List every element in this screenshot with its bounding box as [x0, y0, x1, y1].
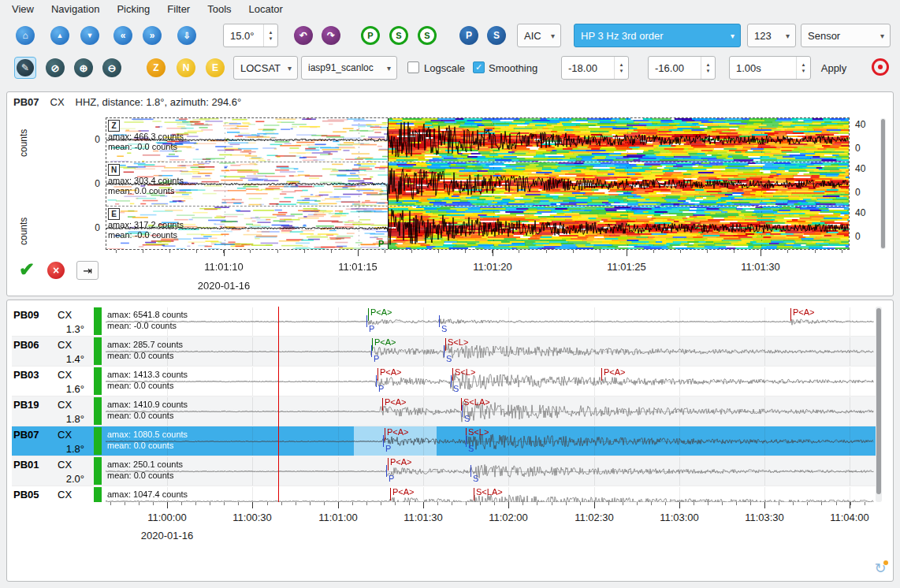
pick-marker-line[interactable]	[386, 465, 387, 477]
smoothing-checkbox[interactable]: ✓	[473, 61, 485, 73]
goto-next-s-pick-button[interactable]: S	[418, 26, 437, 45]
pick-marker-line[interactable]	[388, 162, 389, 206]
export-picks-button[interactable]: ⇥	[76, 261, 99, 280]
station-row[interactable]: PB01 CX 2.0° amax: 250.1 counts mean: 0.…	[12, 456, 876, 486]
sensor-combobox[interactable]: Sensor ▾	[801, 24, 891, 47]
pick-marker-line[interactable]	[376, 375, 377, 387]
time-window-spinbox[interactable]: 1.00s ▲ ▼	[729, 56, 811, 80]
trace-zone[interactable]: amax: 1410.9 counts mean: 0.0 counts P<A…	[106, 396, 874, 426]
amplitude-combobox[interactable]: 123 ▾	[747, 24, 796, 47]
menu-tools[interactable]: Tools	[199, 0, 240, 19]
rotation-spinbox[interactable]: 15.0° ▲ ▼	[223, 24, 278, 47]
pick-polarity-button[interactable]: ⊕	[74, 58, 93, 77]
station-list-scrollbar[interactable]	[876, 307, 882, 502]
component-e-button[interactable]: E	[206, 58, 225, 77]
nav-align-button[interactable]: ⇩	[177, 26, 196, 45]
picker-trace-row-n[interactable]: N amax: 303.4 counts mean: 0.0 counts	[106, 162, 849, 207]
station-list-scrollbar-handle[interactable]	[876, 308, 881, 494]
picker-method-combobox[interactable]: AIC ▾	[517, 24, 561, 47]
spin-up-arrow[interactable]: ▲	[269, 30, 273, 35]
locator-combobox[interactable]: LOCSAT ▾	[233, 56, 298, 80]
picker-trace-row-z[interactable]: Z amax: 466.3 counts mean: -0.0 counts	[106, 118, 849, 162]
confirm-picks-button[interactable]: ✔	[17, 259, 37, 280]
spin-down-arrow[interactable]: ▼	[619, 69, 624, 73]
reject-picks-button[interactable]: ×	[46, 261, 65, 280]
rotation-value[interactable]: 15.0°	[224, 24, 263, 47]
pick-marker-line[interactable]	[439, 315, 440, 327]
relocate-button[interactable]	[872, 58, 889, 76]
phase-marker-line[interactable]	[445, 338, 446, 351]
spin-down-arrow[interactable]: ▼	[706, 69, 711, 73]
phase-s-button[interactable]: S	[487, 26, 506, 45]
goto-p-pick-button[interactable]: P	[361, 26, 380, 45]
nav-home-button[interactable]: ⌂	[16, 26, 35, 45]
phase-marker-line[interactable]	[388, 458, 389, 471]
menu-navigation[interactable]: Navigation	[43, 0, 108, 19]
spectrogram-min-value[interactable]: -18.00	[562, 57, 614, 79]
station-row[interactable]: PB07 CX 1.8° amax: 1080.5 counts mean: 0…	[12, 426, 876, 456]
profile-combobox[interactable]: iasp91_scanloc ▾	[301, 56, 397, 80]
redo-button[interactable]: ↷	[322, 26, 340, 45]
pick-marker-line[interactable]	[388, 118, 389, 162]
nav-up-button[interactable]: ▲	[50, 26, 69, 45]
picker-scrollbar[interactable]	[880, 118, 886, 249]
picker-trace-row-e[interactable]: E amax: 317.2 counts mean: -0.0 counts P	[106, 207, 849, 249]
trace-zone[interactable]: amax: 1080.5 counts mean: 0.0 counts P<A…	[106, 426, 874, 456]
pick-marker-line[interactable]	[444, 345, 444, 357]
spin-down-arrow[interactable]: ▼	[801, 69, 806, 73]
menu-locator[interactable]: Locator	[240, 0, 292, 19]
component-n-button[interactable]: N	[177, 58, 195, 77]
spin-up-arrow[interactable]: ▲	[619, 62, 624, 67]
pick-marker-line[interactable]	[470, 465, 471, 477]
phase-marker-line[interactable]	[377, 368, 378, 381]
pick-uncertainty-button[interactable]: ⊖	[102, 58, 121, 77]
nav-last-button[interactable]: »	[143, 26, 162, 45]
menu-filter[interactable]: Filter	[158, 0, 199, 19]
trace-zone[interactable]: amax: 6541.8 counts mean: -0.0 counts P<…	[106, 307, 874, 337]
station-row[interactable]: PB03 CX 1.6° amax: 1413.3 counts mean: 0…	[12, 367, 876, 396]
menu-view[interactable]: View	[3, 0, 43, 19]
spectrogram-min-spinbox[interactable]: -18.00 ▲ ▼	[561, 56, 629, 80]
station-row[interactable]: PB05 CX amax: 1047.4 counts P<A>S<LA>	[12, 486, 876, 502]
spin-up-arrow[interactable]: ▲	[706, 62, 711, 67]
phase-marker-line[interactable]	[368, 308, 369, 321]
time-window-value[interactable]: 1.00s	[730, 57, 796, 79]
phase-marker-line[interactable]	[474, 488, 474, 501]
phase-marker-line[interactable]	[372, 338, 373, 351]
phase-marker-line[interactable]	[385, 428, 385, 441]
spectrogram-max-value[interactable]: -16.00	[649, 57, 701, 79]
trace-zone[interactable]: amax: 1413.3 counts mean: 0.0 counts P<A…	[106, 367, 874, 396]
undo-button[interactable]: ↶	[294, 26, 313, 45]
filter-combobox[interactable]: HP 3 Hz 3rd order ▾	[574, 24, 741, 47]
no-filter-button[interactable]: ⊘	[46, 58, 65, 77]
pick-marker-line[interactable]	[371, 345, 372, 357]
pick-marker-line[interactable]	[462, 405, 463, 417]
menu-picking[interactable]: Picking	[108, 0, 158, 19]
spectrogram-max-spinbox[interactable]: -16.00 ▲ ▼	[648, 56, 716, 80]
phase-marker-line[interactable]	[452, 368, 453, 381]
pick-marker-line[interactable]	[388, 207, 389, 249]
pick-tool-button[interactable]: ✎	[14, 57, 36, 79]
nav-first-button[interactable]: «	[113, 26, 132, 45]
phase-p-button[interactable]: P	[459, 26, 478, 45]
spin-up-arrow[interactable]: ▲	[801, 62, 806, 67]
phase-marker-line[interactable]	[790, 308, 791, 321]
pick-marker-line[interactable]	[451, 375, 452, 387]
pick-marker-line[interactable]	[366, 315, 367, 327]
pick-marker-line[interactable]	[383, 435, 384, 447]
phase-marker-line[interactable]	[382, 398, 383, 411]
trace-zone[interactable]: amax: 1047.4 counts P<A>S<LA>	[106, 486, 874, 502]
component-z-button[interactable]: Z	[147, 58, 165, 77]
pick-marker-line[interactable]	[466, 435, 467, 447]
station-row[interactable]: PB19 CX 1.8° amax: 1410.9 counts mean: 0…	[12, 396, 876, 426]
phase-marker-line[interactable]	[601, 368, 602, 381]
logscale-checkbox[interactable]	[407, 61, 419, 73]
trace-zone[interactable]: amax: 285.7 counts mean: 0.0 counts P<A>…	[106, 337, 874, 367]
picker-scrollbar-handle[interactable]	[881, 119, 885, 248]
station-row[interactable]: PB06 CX 1.4° amax: 285.7 counts mean: 0.…	[12, 337, 876, 367]
station-row[interactable]: PB09 CX 1.3° amax: 6541.8 counts mean: -…	[12, 307, 876, 337]
trace-zone[interactable]: amax: 250.1 counts mean: 0.0 counts P<A>…	[106, 456, 874, 486]
goto-s-pick-button[interactable]: S	[389, 26, 408, 45]
phase-marker-line[interactable]	[390, 488, 391, 501]
spin-down-arrow[interactable]: ▼	[269, 36, 273, 41]
